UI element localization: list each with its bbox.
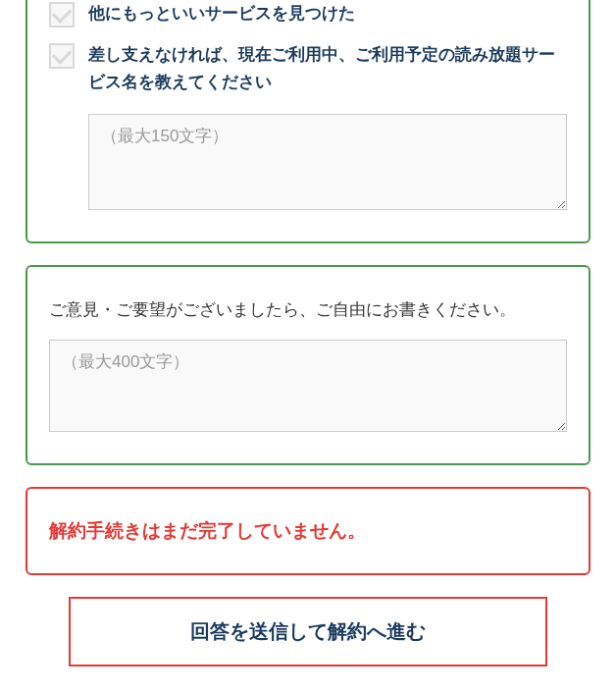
feedback-label: ご意見・ご要望がございましたら、ご自由にお書きください。 <box>49 294 567 325</box>
cancellation-notice: 解約手続きはまだ完了していません。 <box>26 487 590 575</box>
service-name-textarea-wrap <box>88 114 567 214</box>
feedback-textarea[interactable] <box>49 340 567 432</box>
submit-button[interactable]: 回答を送信して解約へ進む <box>69 597 547 666</box>
checkbox-row-found-better[interactable]: 他にもっといいサービスを見つけた <box>49 0 567 27</box>
feedback-textarea-wrap <box>49 340 567 436</box>
checkbox-row-service-name[interactable]: 差し支えなければ、現在ご利用中、ご利用予定の読み放題サービス名を教えてください <box>49 41 567 96</box>
feedback-box: ご意見・ご要望がございましたら、ご自由にお書きください。 <box>26 265 590 464</box>
service-name-textarea[interactable] <box>88 114 567 210</box>
checkbox-icon[interactable] <box>49 2 75 27</box>
checkbox-label: 他にもっといいサービスを見つけた <box>88 0 567 27</box>
submit-button-label: 回答を送信して解約へ進む <box>190 620 426 642</box>
checkbox-icon[interactable] <box>49 43 75 69</box>
cancellation-notice-text: 解約手続きはまだ完了していません。 <box>49 518 567 544</box>
checkbox-label: 差し支えなければ、現在ご利用中、ご利用予定の読み放題サービス名を教えてください <box>88 41 567 96</box>
survey-options-box: 他にもっといいサービスを見つけた 差し支えなければ、現在ご利用中、ご利用予定の読… <box>26 0 590 243</box>
